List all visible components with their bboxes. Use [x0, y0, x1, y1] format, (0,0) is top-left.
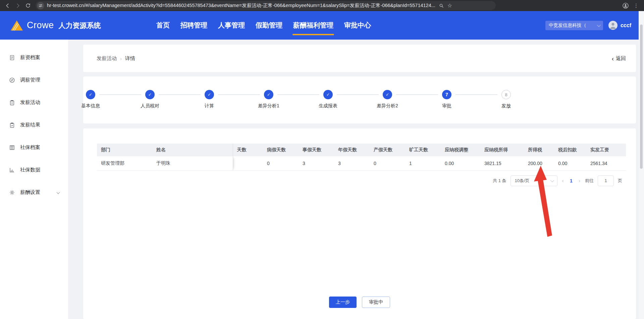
current-page[interactable]: 1 — [569, 178, 574, 183]
bookmark-star-icon[interactable]: ☆ — [447, 3, 452, 8]
step-approval: 7 审批 — [427, 90, 467, 109]
sidebar-item-social-archive[interactable]: 社保档案 — [0, 136, 68, 159]
browser-back-button[interactable] — [3, 1, 12, 10]
nav-home[interactable]: 首页 — [156, 11, 170, 40]
breadcrumb-panel: 发薪活动 › 详情 ‹ 返回 — [83, 45, 636, 72]
cell-after-tax-deduct: 0.00 — [554, 156, 586, 170]
sidebar-item-payroll-activity[interactable]: 发薪活动 — [0, 91, 68, 114]
page-size-select[interactable]: 10条/页 — [511, 175, 557, 186]
action-buttons: 上一步 审批中 — [83, 297, 636, 308]
cell-name: 于明珠 — [152, 156, 233, 170]
step-check-icon: ✓ — [383, 90, 392, 99]
step-distribute: 8 发放 — [486, 90, 526, 109]
page-scrollbar[interactable] — [639, 11, 644, 319]
nav-recruit[interactable]: 招聘管理 — [180, 11, 207, 40]
content-area: 发薪活动 › 详情 ‹ 返回 ✓ 基本信息 ✓ 人员核对 ✓ 计算 ✓ — [68, 40, 639, 319]
crowe-logo-icon — [10, 20, 23, 31]
back-arrow-icon — [5, 3, 11, 9]
col-net-pay: 实发工资 — [586, 144, 626, 156]
step-number: 7 — [442, 90, 451, 99]
step-label: 差异分析1 — [249, 103, 289, 109]
site-info-button[interactable] — [37, 2, 44, 9]
sidebar-item-salary-settings[interactable]: 薪酬设置 — [0, 181, 68, 204]
cell-days — [233, 156, 263, 170]
cell-income-tax: 200.00 — [524, 156, 554, 170]
app-title: 人力资源系统 — [59, 21, 101, 30]
back-button[interactable]: ‹ 返回 — [612, 55, 626, 62]
prev-page-button[interactable]: ‹ — [561, 178, 565, 184]
main-nav: 首页 招聘管理 人事管理 假勤管理 薪酬福利管理 审批中心 — [156, 11, 371, 40]
username: cccf — [621, 22, 631, 29]
chevron-down-icon — [597, 23, 601, 26]
col-sick-days: 病假天数 — [263, 144, 299, 156]
browser-forward-button[interactable] — [13, 1, 22, 10]
breadcrumb: 发薪活动 › 详情 — [97, 55, 135, 62]
table-header-row: 部门 姓名 天数 病假天数 事假天数 年假天数 产假天数 旷工天数 应纳税调整 … — [97, 144, 626, 156]
step-label: 生成报表 — [308, 103, 348, 109]
browser-profile-icon[interactable] — [622, 2, 629, 9]
cell-annual-days: 3 — [334, 156, 370, 170]
step-diff-analysis-1: ✓ 差异分析1 — [249, 90, 289, 109]
table-row[interactable]: 研发管理部 于明珠 0 3 3 0 1 0.00 3821.15 200.00 … — [97, 156, 626, 170]
cell-tax-adjust: 0.00 — [441, 156, 480, 170]
page-size-value: 10条/页 — [515, 178, 530, 184]
col-after-tax-deduct: 税后扣款 — [554, 144, 586, 156]
page-unit-label: 页 — [618, 178, 622, 184]
breadcrumb-current: 详情 — [125, 55, 135, 62]
step-diff-analysis-2: ✓ 差异分析2 — [367, 90, 408, 109]
col-personal-days: 事假天数 — [299, 144, 334, 156]
archive-icon — [9, 145, 15, 151]
col-name: 姓名 — [152, 144, 233, 156]
step-basic-info: ✓ 基本信息 — [70, 90, 111, 109]
goto-page-input[interactable] — [598, 175, 614, 186]
user-menu[interactable]: cccf — [608, 21, 631, 30]
sidebar-item-payroll-result[interactable]: 发薪结果 — [0, 114, 68, 136]
step-label: 基本信息 — [70, 103, 111, 109]
cell-department: 研发管理部 — [97, 156, 152, 170]
salary-table: 部门 姓名 天数 病假天数 事假天数 年假天数 产假天数 旷工天数 应纳税调整 … — [97, 144, 626, 171]
sidebar-item-label: 薪资档案 — [20, 54, 40, 61]
goto-label: 前往 — [585, 178, 594, 184]
col-annual-days: 年假天数 — [334, 144, 370, 156]
step-label: 人员核对 — [130, 103, 170, 109]
col-taxable-income: 应纳税所得 — [480, 144, 524, 156]
sidebar-item-social-data[interactable]: 社保数据 — [0, 159, 68, 181]
clipboard-check-icon — [9, 122, 15, 128]
company-select[interactable]: 中竞发信息科技（ — [545, 21, 603, 30]
nav-approval-center[interactable]: 审批中心 — [344, 11, 371, 40]
zoom-icon[interactable] — [439, 3, 444, 8]
sidebar-item-label: 薪酬设置 — [20, 189, 40, 196]
app-header: Crowe 人力资源系统 首页 招聘管理 人事管理 假勤管理 薪酬福利管理 审批… — [0, 11, 639, 40]
url-text[interactable]: hr-test.croweit.cn/#/salaryManagement/ad… — [47, 2, 435, 9]
cell-maternity-days: 0 — [370, 156, 405, 170]
step-check-icon: ✓ — [323, 90, 333, 99]
sidebar-item-salary-archive[interactable]: 薪资档案 — [0, 46, 68, 69]
prev-step-button[interactable]: 上一步 — [329, 297, 357, 308]
browser-menu-icon[interactable]: ⋮ — [634, 3, 639, 8]
col-department: 部门 — [97, 144, 152, 156]
gear-icon — [9, 190, 15, 196]
browser-reload-button[interactable] — [23, 1, 32, 10]
back-chevron-icon: ‹ — [612, 55, 614, 62]
step-check-icon: ✓ — [264, 90, 273, 99]
address-bar[interactable]: hr-test.croweit.cn/#/salaryManagement/ad… — [36, 1, 496, 10]
breadcrumb-section[interactable]: 发薪活动 — [97, 55, 117, 62]
sidebar-item-label: 社保档案 — [20, 144, 40, 151]
sidebar-item-label: 调薪管理 — [20, 77, 40, 83]
logo: Crowe 人力资源系统 — [0, 20, 134, 31]
nav-attendance[interactable]: 假勤管理 — [256, 11, 282, 40]
clipboard-icon — [9, 100, 15, 106]
approval-status-button[interactable]: 审批中 — [362, 297, 390, 308]
sidebar-item-salary-adjust[interactable]: 调薪管理 — [0, 69, 68, 91]
step-generate-report: ✓ 生成报表 — [308, 90, 348, 109]
step-label: 差异分析2 — [367, 103, 408, 109]
forward-arrow-icon — [15, 3, 21, 9]
cell-personal-days: 3 — [299, 156, 334, 170]
nav-hr[interactable]: 人事管理 — [218, 11, 245, 40]
back-label: 返回 — [616, 55, 626, 62]
nav-salary-benefits[interactable]: 薪酬福利管理 — [293, 11, 333, 40]
company-select-value: 中竞发信息科技（ — [549, 22, 586, 29]
scrollbar-thumb[interactable] — [640, 24, 643, 169]
stepper-panel: ✓ 基本信息 ✓ 人员核对 ✓ 计算 ✓ 差异分析1 ✓ 生成报表 ✓ 差异分析… — [83, 76, 636, 123]
next-page-button[interactable]: › — [578, 178, 581, 184]
